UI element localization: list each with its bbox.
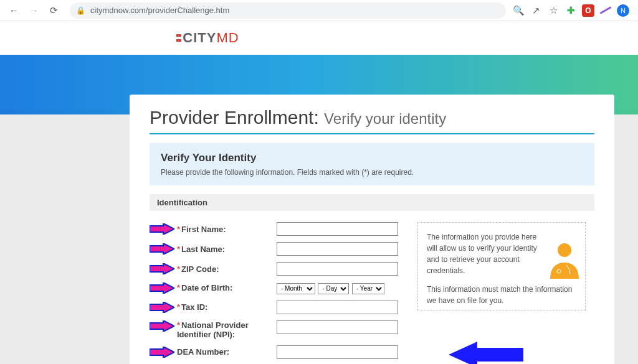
url-text: citymdnow.com/providerChallenge.htm	[90, 6, 229, 15]
enrollment-card: Provider Enrollment: Verify your identit…	[130, 95, 614, 364]
info-panel: The information you provide here will al…	[417, 222, 586, 310]
verify-description: Please provide the following information…	[161, 168, 583, 177]
zip-input[interactable]	[277, 262, 398, 276]
form-area: *First Name: *Last Name: *ZIP Code:	[150, 222, 594, 364]
identification-header: Identification	[150, 194, 594, 211]
doctor-icon	[548, 241, 581, 279]
first-name-label: First Name:	[181, 225, 226, 234]
form-fields: *First Name: *Last Name: *ZIP Code:	[150, 222, 417, 364]
svg-marker-0	[150, 223, 174, 235]
verify-heading: Verify Your Identity	[161, 152, 583, 164]
svg-marker-1	[150, 243, 174, 254]
lock-icon: 🔒	[76, 6, 85, 15]
annotation-arrow-icon	[150, 347, 177, 358]
annotation-arrow-icon	[150, 302, 177, 313]
npi-input[interactable]	[277, 320, 398, 334]
logo-strip: ▪▪▪▪ CITYMD	[0, 21, 638, 55]
extension-opera-icon[interactable]: O	[579, 2, 597, 19]
dea-label: DEA Number:	[177, 347, 229, 357]
field-npi: *National Provider Identifier (NPI):	[150, 320, 417, 339]
annotation-arrow-icon	[150, 243, 177, 254]
verify-identity-box: Verify Your Identity Please provide the …	[150, 143, 594, 185]
svg-marker-6	[150, 347, 174, 358]
annotation-arrow-icon	[150, 282, 177, 294]
svg-marker-5	[150, 320, 174, 332]
annotation-arrow-icon	[150, 223, 177, 235]
dob-month-select[interactable]: - Month -	[277, 283, 315, 294]
address-bar[interactable]: 🔒 citymdnow.com/providerChallenge.htm	[70, 2, 506, 19]
dob-day-select[interactable]: - Day -	[318, 283, 349, 294]
tax-id-input[interactable]	[277, 301, 398, 314]
dea-input[interactable]	[277, 345, 398, 359]
profile-avatar[interactable]: N	[614, 2, 632, 19]
svg-point-7	[558, 243, 571, 257]
page-title-main: Provider Enrollment:	[150, 107, 324, 128]
annotation-arrow-icon	[150, 263, 177, 274]
svg-marker-9	[449, 342, 523, 364]
page-body: ▪▪▪▪ CITYMD Provider Enrollment: Verify …	[0, 21, 638, 364]
logo-icon: ▪▪▪▪	[176, 33, 180, 43]
logo-text-city: CITY	[183, 30, 216, 46]
zoom-icon[interactable]: 🔍	[510, 2, 527, 19]
first-name-input[interactable]	[277, 222, 398, 236]
annotation-arrow-icon	[150, 320, 177, 332]
field-dob: *Date of Birth: - Month - - Day - - Year…	[150, 282, 417, 294]
last-name-label: Last Name:	[181, 245, 225, 254]
zip-label: ZIP Code:	[181, 264, 219, 274]
logo-text-md: MD	[216, 30, 239, 46]
npi-label: National Provider Identifier (NPI):	[177, 320, 249, 339]
reload-button[interactable]: ⟳	[46, 3, 61, 18]
tax-id-label: Tax ID:	[181, 302, 207, 312]
browser-chrome: ← → ⟳ 🔒 citymdnow.com/providerChallenge.…	[0, 0, 638, 21]
svg-marker-4	[150, 302, 174, 313]
field-tax-id: *Tax ID:	[150, 301, 417, 314]
page-title-row: Provider Enrollment: Verify your identit…	[150, 107, 594, 134]
field-last-name: *Last Name:	[150, 242, 417, 256]
field-zip: *ZIP Code:	[150, 262, 417, 276]
share-icon[interactable]: ↗	[527, 2, 545, 19]
extension-plus-icon[interactable]: ✚	[562, 2, 579, 19]
forward-button[interactable]: →	[26, 3, 41, 18]
annotation-arrow-large-icon	[449, 342, 523, 364]
page-title-sub: Verify your identity	[324, 110, 446, 127]
info-paragraph-2: This information must match the informat…	[427, 284, 576, 306]
back-button[interactable]: ←	[6, 3, 21, 18]
dob-label: Date of Birth:	[181, 283, 232, 292]
dob-year-select[interactable]: - Year -	[352, 283, 384, 294]
extension-feather-icon[interactable]	[597, 2, 614, 19]
toolbar-right: 🔍 ↗ ☆ ✚ O N	[510, 2, 632, 19]
field-first-name: *First Name:	[150, 222, 417, 236]
bookmark-icon[interactable]: ☆	[545, 2, 562, 19]
field-dea: DEA Number:	[150, 345, 417, 359]
svg-marker-2	[150, 263, 174, 274]
last-name-input[interactable]	[277, 242, 398, 256]
svg-marker-3	[150, 282, 174, 294]
